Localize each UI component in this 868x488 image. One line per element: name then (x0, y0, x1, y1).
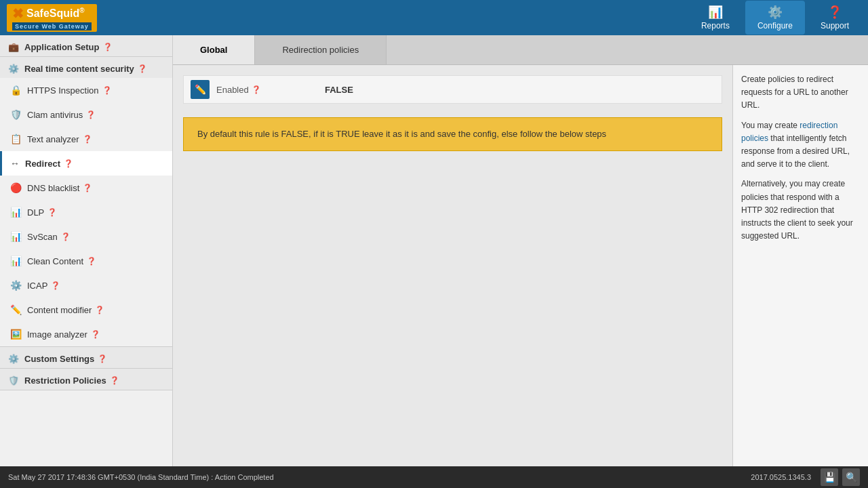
custom-settings-label: Custom Settings (24, 354, 94, 364)
sidebar-item-clam-antivirus[interactable]: 🛡️ Clam antivirus ❓ (0, 102, 172, 127)
save-footer-btn[interactable]: 💾 (821, 468, 838, 486)
sidebar-item-svscan[interactable]: 📊 SvScan ❓ (0, 224, 172, 249)
sidebar-group-custom-settings[interactable]: ⚙️ Custom Settings ❓ (0, 347, 172, 368)
right-panel-para-2: You may create redirection policies that… (741, 119, 860, 171)
custom-settings-help[interactable]: ❓ (98, 354, 107, 363)
sidebar-item-https-inspection-label: HTTPS Inspection (27, 85, 99, 96)
sidebar-group-application-setup[interactable]: 💼 Application Setup ❓ (0, 35, 172, 56)
content-area: Global Redirection policies ✏️ Enabled ❓ (173, 35, 868, 466)
image-analyzer-help[interactable]: ❓ (91, 330, 100, 339)
enabled-label: Enabled ❓ (216, 85, 325, 95)
search-icon: 🔍 (846, 472, 857, 483)
svscan-help[interactable]: ❓ (61, 232, 71, 241)
sidebar-group-rtcs[interactable]: ⚙️ Real time content security ❓ (0, 57, 172, 78)
sidebar-item-clean-content[interactable]: 📊 Clean Content ❓ (0, 249, 172, 273)
application-setup-help-icon[interactable]: ❓ (103, 43, 113, 52)
sidebar-item-redirect-label: Redirect (25, 159, 60, 169)
rtcs-help-icon[interactable]: ❓ (138, 64, 147, 73)
configure-nav-btn[interactable]: ⚙️ Configure (745, 1, 805, 35)
info-box: By default this rule is FALSE, if it is … (183, 117, 722, 151)
tab-global-label: Global (200, 45, 227, 55)
sidebar-item-text-analyzer-label: Text analyzer (27, 134, 79, 144)
sidebar-section-app-setup: 💼 Application Setup ❓ (0, 35, 172, 57)
reports-nav-btn[interactable]: 📊 Reports (689, 1, 742, 35)
clean-content-icon: 📊 (10, 256, 22, 266)
sidebar-section-custom: ⚙️ Custom Settings ❓ (0, 347, 172, 369)
redirection-policies-link[interactable]: redirection policies (741, 121, 837, 143)
restriction-policies-icon: 🛡️ (8, 375, 19, 386)
nav-buttons: 📊 Reports ⚙️ Configure ❓ Support (689, 1, 861, 35)
sidebar-item-clean-content-label: Clean Content (27, 256, 83, 266)
sidebar-item-text-analyzer[interactable]: 📋 Text analyzer ❓ (0, 127, 172, 151)
sidebar-item-redirect[interactable]: ↔️ Redirect ❓ (0, 151, 172, 176)
clam-antivirus-icon: 🛡️ (10, 109, 22, 120)
redirect-icon: ↔️ (10, 158, 20, 169)
content-modifier-help[interactable]: ❓ (95, 306, 104, 314)
text-analyzer-help[interactable]: ❓ (83, 135, 92, 144)
icap-help[interactable]: ❓ (51, 281, 60, 290)
sidebar-item-https-inspection[interactable]: 🔒 HTTPS Inspection ❓ (0, 78, 172, 102)
edit-icon: ✏️ (195, 84, 206, 95)
sidebar-section-rtcs: ⚙️ Real time content security ❓ 🔒 HTTPS … (0, 57, 172, 347)
footer: Sat May 27 2017 17:48:36 GMT+0530 (India… (0, 466, 868, 488)
clam-antivirus-help[interactable]: ❓ (86, 110, 96, 119)
content-modifier-icon: ✏️ (10, 304, 22, 315)
sidebar-item-image-analyzer[interactable]: 🖼️ Image analyzer ❓ (0, 322, 172, 346)
configure-label: Configure (757, 21, 793, 30)
dns-blacklist-icon: 🔴 (10, 182, 22, 193)
sidebar-item-dns-blacklist[interactable]: 🔴 DNS blacklist ❓ (0, 176, 172, 200)
tab-global[interactable]: Global (173, 35, 255, 64)
right-panel: Create policies to redirect requests for… (732, 65, 868, 466)
https-inspection-help[interactable]: ❓ (102, 86, 112, 95)
main-layout: 💼 Application Setup ❓ ⚙️ Real time conte… (0, 35, 868, 466)
redirect-help[interactable]: ❓ (64, 159, 73, 168)
tab-bar: Global Redirection policies (173, 35, 868, 65)
tagline: Secure Web Gateway (12, 22, 92, 30)
right-panel-para-3: Alternatively, you may create policies t… (741, 178, 860, 243)
edit-enabled-btn[interactable]: ✏️ (191, 80, 210, 99)
header: ✖ SafeSquid® Secure Web Gateway 📊 Report… (0, 0, 868, 35)
dlp-help[interactable]: ❓ (47, 208, 57, 217)
rtcs-label: Real time content security (24, 64, 134, 74)
enabled-value: FALSE (325, 85, 353, 95)
brand-name: SafeSquid® (26, 7, 85, 20)
sidebar-item-content-modifier-label: Content modifier (27, 305, 92, 315)
sidebar-item-image-analyzer-label: Image analyzer (27, 329, 87, 340)
sidebar-item-dlp-label: DLP (27, 207, 44, 218)
svscan-icon: 📊 (10, 231, 22, 242)
reports-icon: 📊 (708, 5, 723, 20)
sidebar-group-restriction-policies[interactable]: 🛡️ Restriction Policies ❓ (0, 369, 172, 390)
logo: ✖ SafeSquid® Secure Web Gateway (7, 4, 97, 32)
logo-area: ✖ SafeSquid® Secure Web Gateway (7, 4, 97, 32)
sidebar-item-clam-antivirus-label: Clam antivirus (27, 110, 83, 120)
clean-content-help[interactable]: ❓ (87, 257, 96, 266)
sidebar-section-restriction: 🛡️ Restriction Policies ❓ (0, 369, 172, 390)
save-icon: 💾 (824, 472, 835, 483)
rtcs-icon: ⚙️ (8, 64, 19, 74)
enabled-form-row: ✏️ Enabled ❓ FALSE (183, 75, 722, 104)
restriction-policies-help[interactable]: ❓ (110, 376, 119, 385)
tab-redirection-policies[interactable]: Redirection policies (255, 35, 387, 64)
restriction-policies-label: Restriction Policies (24, 375, 106, 386)
custom-settings-icon: ⚙️ (8, 354, 19, 364)
support-icon: ❓ (827, 5, 842, 20)
reports-label: Reports (701, 21, 730, 30)
icap-icon: ⚙️ (10, 280, 22, 291)
application-setup-icon: 💼 (8, 42, 19, 52)
tab-redirection-policies-label: Redirection policies (282, 45, 359, 55)
enabled-help-icon[interactable]: ❓ (252, 85, 261, 94)
sidebar-item-icap[interactable]: ⚙️ ICAP ❓ (0, 273, 172, 298)
support-nav-btn[interactable]: ❓ Support (808, 1, 861, 35)
sidebar-item-svscan-label: SvScan (27, 232, 58, 242)
main-content: ✏️ Enabled ❓ FALSE By default this rule … (173, 65, 868, 466)
sidebar-item-icap-label: ICAP (27, 281, 47, 291)
sidebar-item-dlp[interactable]: 📊 DLP ❓ (0, 200, 172, 224)
dns-blacklist-help[interactable]: ❓ (83, 184, 92, 192)
search-footer-btn[interactable]: 🔍 (842, 468, 860, 486)
image-analyzer-icon: 🖼️ (10, 329, 22, 340)
sidebar-item-content-modifier[interactable]: ✏️ Content modifier ❓ (0, 298, 172, 322)
footer-actions: 2017.0525.1345.3 💾 🔍 (751, 468, 860, 486)
footer-status: Sat May 27 2017 17:48:36 GMT+0530 (India… (8, 473, 274, 481)
application-setup-label: Application Setup (24, 42, 100, 52)
support-label: Support (821, 21, 849, 30)
